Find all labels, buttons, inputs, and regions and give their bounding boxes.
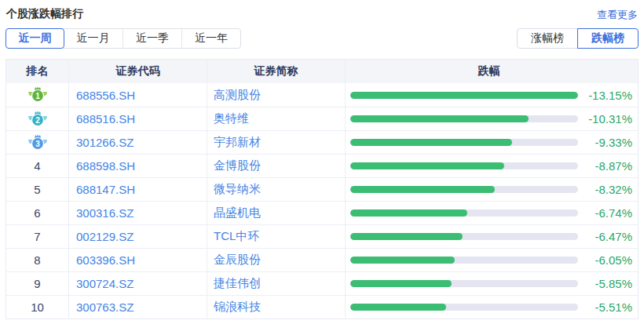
medal-rank-1-icon: 1 — [27, 86, 48, 104]
decline-percent: -6.47% — [595, 230, 632, 243]
table-row: 1688556.SH高测股份-13.15% — [6, 83, 638, 107]
decline-percent: -10.31% — [588, 112, 632, 126]
table-row: 9300724.SZ捷佳伟创-5.85% — [6, 271, 638, 295]
change-cell: -10.31% — [346, 107, 638, 130]
stock-code-link[interactable]: 301266.SZ — [76, 136, 134, 149]
stock-name-link[interactable]: 微导纳米 — [214, 182, 261, 197]
decline-bar-track — [350, 92, 578, 99]
code-cell: 688516.SH — [69, 107, 207, 130]
period-tab-1[interactable]: 近一周 — [5, 28, 64, 49]
code-cell: 300316.SZ — [69, 202, 207, 224]
decline-bar-fill — [350, 139, 512, 146]
stock-code-link[interactable]: 300316.SZ — [76, 206, 134, 220]
change-cell: -6.05% — [346, 249, 638, 271]
name-cell: 锦浪科技 — [207, 296, 346, 319]
decline-percent: -13.15% — [588, 89, 632, 102]
decline-bar-fill — [350, 280, 452, 287]
period-tab-group: 近一周近一月近一季近一年 — [5, 28, 241, 49]
stock-code-link[interactable]: 300724.SZ — [76, 277, 134, 290]
decline-percent: -6.74% — [595, 206, 632, 220]
rank-cell: 1 — [6, 83, 69, 107]
stock-name-link[interactable]: 高测股份 — [214, 88, 261, 103]
period-tab-3[interactable]: 近一季 — [123, 29, 181, 48]
decline-percent: -5.85% — [595, 277, 632, 290]
stock-name-link[interactable]: 捷佳伟创 — [214, 276, 261, 291]
table-row: 4688598.SH金博股份-8.87% — [6, 154, 638, 177]
rank-number: 6 — [34, 206, 40, 220]
stock-name-link[interactable]: 晶盛机电 — [214, 206, 261, 220]
decline-bar-track — [350, 280, 578, 287]
stock-name-link[interactable]: TCL中环 — [214, 229, 259, 244]
rank-number: 7 — [34, 230, 40, 243]
gainers-board-button[interactable]: 涨幅榜 — [517, 28, 578, 49]
stock-name-link[interactable]: 奥特维 — [214, 111, 249, 126]
decline-bar-fill — [350, 233, 463, 240]
change-cell: -5.51% — [346, 296, 638, 319]
table-row: 10300763.SZ锦浪科技-5.51% — [6, 295, 638, 319]
name-cell: 金博股份 — [207, 155, 346, 177]
decline-bar-fill — [350, 162, 504, 169]
decline-percent: -9.33% — [595, 136, 632, 149]
table-row: 6300316.SZ晶盛机电-6.74% — [6, 201, 638, 224]
table-body: 1688556.SH高测股份-13.15%2688516.SH奥特维-10.31… — [6, 83, 638, 319]
stock-code-link[interactable]: 688516.SH — [76, 112, 135, 126]
rank-number: 8 — [34, 253, 40, 267]
losers-board-button[interactable]: 跌幅榜 — [577, 28, 639, 49]
change-cell: -6.47% — [346, 225, 638, 248]
rank-cell: 6 — [6, 202, 69, 224]
stock-name-link[interactable]: 金辰股份 — [214, 253, 261, 268]
decline-bar-fill — [350, 209, 467, 217]
stock-code-link[interactable]: 688147.SH — [76, 183, 135, 196]
table-row: 2688516.SH奥特维-10.31% — [6, 107, 638, 130]
name-cell: 高测股份 — [207, 83, 346, 107]
decline-bar-fill — [350, 92, 578, 99]
decline-bar-fill — [350, 304, 446, 311]
rank-number: 4 — [34, 159, 40, 173]
table-header-row: 排名 证券代码 证券简称 跌幅 — [6, 60, 638, 83]
column-header-change: 跌幅 — [346, 60, 638, 83]
rank-cell: 7 — [6, 225, 69, 248]
decline-bar-track — [350, 186, 578, 193]
decline-bar-track — [350, 115, 578, 122]
rank-cell: 8 — [6, 249, 69, 271]
rank-number: 9 — [34, 277, 40, 290]
name-cell: 宇邦新材 — [207, 131, 346, 154]
code-cell: 688556.SH — [69, 83, 207, 107]
column-header-code: 证券代码 — [69, 60, 207, 83]
rank-table: 排名 证券代码 证券简称 跌幅 1688556.SH高测股份-13.15%268… — [5, 59, 639, 319]
rank-cell: 3 — [6, 131, 69, 154]
stock-code-link[interactable]: 688598.SH — [76, 159, 135, 173]
rank-cell: 10 — [6, 296, 69, 319]
medal-rank-3-icon: 3 — [27, 133, 48, 152]
code-cell: 603396.SH — [69, 249, 207, 271]
decline-bar-track — [350, 257, 578, 264]
period-tab-2[interactable]: 近一月 — [64, 29, 123, 48]
column-header-rank: 排名 — [6, 60, 69, 83]
decline-percent: -6.05% — [595, 253, 632, 267]
decline-percent: -8.32% — [595, 183, 632, 196]
code-cell: 300724.SZ — [69, 272, 207, 295]
stock-name-link[interactable]: 宇邦新材 — [214, 135, 261, 150]
name-cell: 晶盛机电 — [207, 202, 346, 224]
decline-percent: -5.51% — [595, 300, 632, 314]
rank-number: 5 — [34, 183, 40, 196]
stock-name-link[interactable]: 金博股份 — [214, 158, 261, 173]
decline-bar-track — [350, 209, 578, 217]
view-more-link[interactable]: 查看更多 — [597, 8, 638, 22]
period-tab-4[interactable]: 近一年 — [181, 29, 240, 48]
stock-code-link[interactable]: 603396.SH — [76, 253, 135, 267]
code-cell: 688147.SH — [69, 178, 207, 201]
decline-bar-track — [350, 304, 578, 311]
name-cell: TCL中环 — [207, 225, 346, 248]
table-row: 3301266.SZ宇邦新材-9.33% — [6, 130, 638, 154]
stock-name-link[interactable]: 锦浪科技 — [214, 300, 261, 315]
change-cell: -13.15% — [346, 83, 638, 107]
stock-code-link[interactable]: 688556.SH — [76, 89, 135, 102]
rank-cell: 2 — [6, 107, 69, 130]
rank-cell: 4 — [6, 155, 69, 177]
stock-code-link[interactable]: 300763.SZ — [76, 300, 134, 314]
name-cell: 金辰股份 — [207, 249, 346, 271]
decline-bar-track — [350, 162, 578, 169]
stock-code-link[interactable]: 002129.SZ — [76, 230, 134, 243]
decline-bar-track — [350, 139, 578, 146]
